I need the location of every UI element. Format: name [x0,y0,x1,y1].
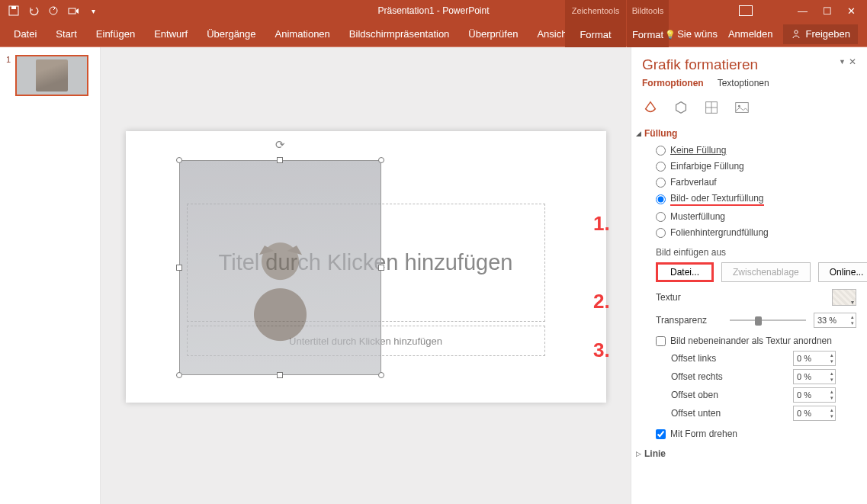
tile-label: Bild nebeneinander als Textur anordnen [670,335,832,346]
slide-thumbnail-pane: 1 [0,47,101,504]
insert-from-label: Bild einfügen aus [656,247,856,258]
tab-uebergaenge[interactable]: Übergänge [207,28,255,40]
resize-handle[interactable] [277,157,283,163]
tab-animationen[interactable]: Animationen [275,28,330,40]
radio-slidebg-fill[interactable]: Folienhintergrundfüllung [656,227,856,238]
tell-me-input[interactable]: Sie wüns [665,28,718,40]
svg-marker-5 [676,102,686,114]
radio-picture-fill[interactable]: Bild- oder Texturfüllung [656,193,856,206]
radio-no-fill[interactable]: Keine Füllung [656,145,856,156]
title-bar: ▾ Präsentation1 - PowerPoint Zeichentool… [0,0,867,21]
qat-more-icon[interactable]: ▾ [87,5,99,17]
tab-textoptionen[interactable]: Textoptionen [718,78,769,88]
radio-pattern-fill[interactable]: Musterfüllung [656,211,856,222]
window-title: Präsentation1 - PowerPoint [377,5,489,16]
share-button[interactable]: Freigeben [783,24,858,44]
offset-grid: Offset links0 % Offset rechts0 % Offset … [671,351,856,421]
save-icon[interactable] [8,5,20,17]
offset-unten-label: Offset unten [671,408,793,419]
offset-unten-value[interactable]: 0 % [793,406,836,421]
main-area: 1 Titel durch Klicken hinzufügen Unterti… [0,47,867,504]
ribbon-display-options-icon[interactable] [739,5,753,16]
tile-checkbox[interactable] [656,336,666,346]
fill-options: Keine Füllung Einfarbige Füllung Farbver… [656,145,856,238]
minimize-button[interactable]: — [798,5,808,17]
start-from-beginning-icon[interactable] [67,5,79,17]
share-label: Freigeben [805,28,850,40]
svg-point-8 [738,105,740,108]
transparency-value[interactable]: 33 % [814,313,856,328]
tab-bildschirmpraesentation[interactable]: Bildschirmpräsentation [349,28,450,40]
radio-gradient-fill[interactable]: Farbverlauf [656,177,856,188]
resize-handle[interactable] [176,372,182,378]
svg-rect-1 [11,6,16,9]
offset-links-value[interactable]: 0 % [793,351,836,366]
pane-title: Grafik formatieren [642,56,856,73]
svg-point-2 [50,7,57,14]
undo-icon[interactable] [27,5,40,17]
offset-oben-value[interactable]: 0 % [793,387,836,403]
signin-link[interactable]: Anmelden [728,28,773,40]
transparency-slider[interactable] [730,315,806,326]
expand-icon: ▷ [636,450,641,457]
rotate-with-shape-checkbox[interactable] [656,429,666,439]
contextual-tab-bildtools: Bildtools [627,0,669,21]
resize-handle[interactable] [378,372,384,378]
pane-category-icons [642,99,856,116]
quick-access-toolbar: ▾ [0,5,99,17]
collapse-icon: ◢ [636,130,641,137]
ribbon-tabs: Datei Start Einfügen Entwurf Übergänge A… [0,21,867,47]
rotate-with-shape-label: Mit Form drehen [670,429,737,439]
offset-rechts-label: Offset rechts [671,371,793,382]
size-icon[interactable] [703,99,720,116]
selected-image-box[interactable]: ⟳ [179,160,381,375]
tab-format-bildtools[interactable]: Format [627,21,669,47]
radio-solid-fill[interactable]: Einfarbige Füllung [656,161,856,172]
online-button[interactable]: Online... [818,262,867,282]
close-button[interactable]: ✕ [847,5,856,17]
share-icon [791,29,801,40]
slide: Titel durch Klicken hinzufügen Untertite… [126,131,606,403]
resize-handle[interactable] [176,265,182,271]
svg-rect-7 [736,103,749,113]
tab-format-zeichentools[interactable]: Format [565,21,626,47]
texture-picker[interactable] [832,289,856,306]
effects-icon[interactable] [673,99,689,116]
offset-links-label: Offset links [671,353,793,364]
resize-handle[interactable] [176,157,182,163]
file-button[interactable]: Datei... [656,262,714,282]
section-linie[interactable]: ▷ Linie [636,448,856,459]
tab-datei[interactable]: Datei [14,28,37,40]
rotate-handle-icon[interactable]: ⟳ [275,138,285,152]
resize-handle[interactable] [277,372,283,378]
maximize-button[interactable]: ☐ [823,5,832,17]
inserted-image[interactable] [180,161,381,374]
resize-handle[interactable] [378,157,384,163]
annotation-3: 3. [593,339,610,362]
resize-handle[interactable] [378,265,384,271]
window-buttons: — ☐ ✕ [798,5,867,17]
svg-point-4 [795,30,798,33]
pane-tabs: Formoptionen Textoptionen [642,78,856,88]
pane-close-icon[interactable]: ✕ [849,56,856,67]
tab-einfuegen[interactable]: Einfügen [96,28,135,40]
svg-rect-3 [69,8,75,14]
redo-icon[interactable] [47,5,59,17]
offset-rechts-value[interactable]: 0 % [793,369,836,384]
tab-ueberpruefen[interactable]: Überprüfen [468,28,518,40]
picture-icon[interactable] [734,99,750,116]
slide-thumbnail-1[interactable] [15,55,88,96]
tab-entwurf[interactable]: Entwurf [154,28,188,40]
clipboard-button: Zwischenablage [721,262,811,282]
slide-canvas[interactable]: Titel durch Klicken hinzufügen Untertite… [101,47,631,504]
annotation-1: 1. [593,212,610,236]
fill-line-icon[interactable] [642,99,659,116]
transparency-label: Transparenz [656,315,722,326]
slide-number: 1 [6,55,11,96]
section-fuellung[interactable]: ◢ Füllung [636,128,856,139]
tab-start[interactable]: Start [56,28,76,40]
format-pane: ▼ ✕ Grafik formatieren Formoptionen Text… [631,47,867,504]
pane-options-icon[interactable]: ▼ [839,58,846,66]
tab-formoptionen[interactable]: Formoptionen [642,78,704,88]
contextual-tab-zeichentools: Zeichentools [565,0,626,21]
